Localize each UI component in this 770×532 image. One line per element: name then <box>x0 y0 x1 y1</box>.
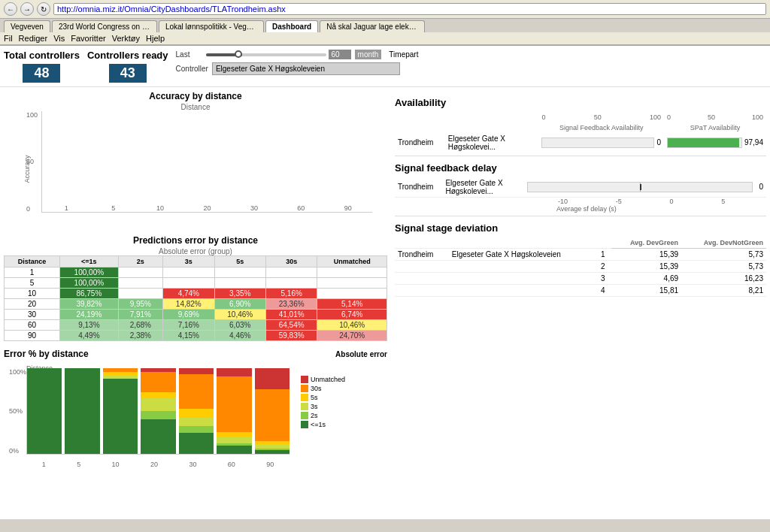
tab-dashboard[interactable]: Dashboard <box>265 20 318 32</box>
dev-loc-2 <box>395 260 449 272</box>
absolute-error-label: Absolute error <box>335 350 387 358</box>
error-y-100: 100% <box>9 368 26 376</box>
dist-10: 10 <box>5 288 60 298</box>
legend-unmatched: Unmatched <box>301 376 345 383</box>
dev-ctrl-3 <box>449 272 598 284</box>
s3-90: 4,15% <box>163 330 214 340</box>
dev-avg-notgreen-header: Avg. DevNotGreen <box>681 237 766 249</box>
menu-rediger[interactable]: Rediger <box>19 34 48 43</box>
sig-ax-n5: -5 <box>616 198 622 205</box>
refresh-button[interactable]: ↻ <box>37 2 50 16</box>
accuracy-chart: Accuracy 100 50 0 1 5 <box>11 111 380 228</box>
dev-notgreen-1: 5,73 <box>681 248 766 260</box>
menu-vis[interactable]: Vis <box>53 34 65 43</box>
predictions-table: Distance <=1s 2s 3s 5s 30s Unmatched 1 1 <box>4 255 387 341</box>
last-label: Last <box>176 50 202 59</box>
dist-1: 1 <box>5 267 60 277</box>
err-x-1: 1 <box>42 461 46 468</box>
menu-favoritter[interactable]: Favoritter <box>71 34 105 43</box>
slider-thumb[interactable] <box>235 50 242 58</box>
avail-controller: Elgeseter Gate X Høgskolevei... <box>445 133 539 153</box>
s5-5 <box>214 277 265 288</box>
dev-row-2: 2 15,39 5,73 <box>395 260 766 272</box>
acc-bar-label-1: 1 <box>65 204 68 212</box>
availability-title: Availability <box>395 97 766 108</box>
lte1-60: 9,13% <box>60 319 118 330</box>
menu-hjelp[interactable]: Hjelp <box>146 34 165 43</box>
err-30s-90 <box>255 389 290 440</box>
err-5s-60 <box>217 432 251 437</box>
dev-loc-1: Trondheim <box>395 248 449 260</box>
legend-color-30s <box>301 385 308 392</box>
forward-button[interactable]: → <box>20 2 34 16</box>
timepart-label: Timepart <box>389 50 418 59</box>
dev-stage-2: 2 <box>598 260 611 272</box>
ax-0-1: 0 <box>541 113 545 121</box>
avail-loc-header <box>395 112 445 122</box>
s5-90: 4,46% <box>214 330 265 340</box>
controller-select[interactable] <box>212 62 400 75</box>
col-30s: 30s <box>265 255 317 267</box>
tab-lonn[interactable]: Lokal lønnspolitikk - Vegveven <box>159 20 264 32</box>
back-button[interactable]: ← <box>4 2 17 16</box>
col-2s: 2s <box>118 255 163 267</box>
err-1s-1 <box>27 368 62 454</box>
error-bar-90 <box>255 368 290 454</box>
avail-spat-axis: 0 50 100 <box>667 113 763 121</box>
err-x-10: 10 <box>112 461 120 468</box>
last-control-row: Last 60 month Timepart <box>176 50 419 59</box>
err-1s-90 <box>255 450 290 454</box>
pred-row-5: 5 100,00% <box>5 277 387 288</box>
availability-table: 0 50 100 0 50 100 <box>395 112 766 153</box>
menu-fil[interactable]: Fil <box>4 34 13 43</box>
lte1-20: 39,82% <box>60 298 118 309</box>
avail-spat-col-header: 0 50 100 <box>664 112 766 122</box>
col-lte1: <=1s <box>60 255 118 267</box>
tab-vegveven[interactable]: Vegveven <box>4 20 50 32</box>
s5-30: 10,46% <box>214 309 265 319</box>
dev-green-2: 15,39 <box>611 260 682 272</box>
avail-row: Trondheim Elgeseter Gate X Høgskolevei..… <box>395 133 766 153</box>
col-5s: 5s <box>214 255 265 267</box>
err-x-30: 30 <box>189 461 196 468</box>
slider-track[interactable] <box>206 53 326 56</box>
menu-bar: Fil Rediger Vis Favoritter Verktøy Hjelp <box>0 32 770 45</box>
err-unmatched-30 <box>179 368 214 374</box>
error-y-50: 50% <box>9 407 26 415</box>
error-bar-10 <box>103 368 138 454</box>
err-1s-30 <box>179 433 214 453</box>
address-bar[interactable]: http://omnia.miz.it/Omnia/CityDashboards… <box>53 3 766 15</box>
legend-label-5s: 5s <box>311 394 318 401</box>
err-1s-20 <box>141 419 175 454</box>
right-column: Availability 0 50 100 <box>391 87 770 519</box>
err-3s-20 <box>141 398 175 411</box>
err-5s-20 <box>141 392 175 398</box>
avail-ctrl-header <box>445 112 539 122</box>
pred-row-1: 1 100,00% <box>5 267 387 277</box>
signal-delay-table: Trondheim Elgeseter Gate X Høgskolevei..… <box>395 177 766 198</box>
lte1-10: 86,75% <box>60 288 118 298</box>
um-90: 24,70% <box>317 330 387 340</box>
acc-bar-label-90: 90 <box>344 204 352 212</box>
menu-verktoy[interactable]: Verktøy <box>112 34 140 43</box>
legend-color-5s <box>301 394 308 401</box>
acc-bar-label-60: 60 <box>297 204 305 212</box>
lte1-1: 100,00% <box>60 267 118 277</box>
s30-90: 59,83% <box>265 330 317 340</box>
acc-y-50: 50 <box>26 158 38 165</box>
controllers-ready-box: Controllers ready 43 <box>87 50 168 83</box>
dev-row-4: 4 15,81 8,21 <box>395 284 766 296</box>
dev-h2 <box>449 237 598 249</box>
deviation-table: Avg. DevGreen Avg. DevNotGreen Trondheim… <box>395 237 766 297</box>
tab-jaguar[interactable]: Nå skal Jaguar lage elektrisk SUV... <box>320 20 425 32</box>
tab-congress[interactable]: 23rd World Congress on Intelli... <box>52 20 157 32</box>
s30-30: 41,01% <box>265 309 317 319</box>
predictions-section: Predictions error by distance Absolute e… <box>0 231 391 345</box>
legend-color-1s <box>301 421 308 428</box>
avail-h1 <box>395 122 445 133</box>
error-chart-section: Error % by distance Absolute error Dista… <box>0 345 391 477</box>
predictions-subtitle: Absolute error (group) <box>4 247 387 255</box>
um-60: 10,46% <box>317 319 387 330</box>
signal-delay-title: Signal feedback delay <box>395 162 766 174</box>
err-x-60: 60 <box>228 461 235 468</box>
